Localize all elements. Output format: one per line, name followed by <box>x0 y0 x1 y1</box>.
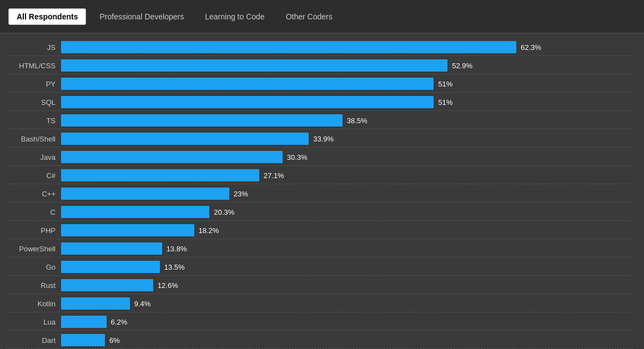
bar-value: 51% <box>438 98 452 107</box>
bar-label: Lua <box>6 318 61 326</box>
bar-label: SQL <box>6 98 61 107</box>
bar-label: C <box>6 208 61 216</box>
bar-row: Java30.3% <box>6 149 633 166</box>
bar-value: 30.3% <box>287 153 308 161</box>
bar-row: Lua6.2% <box>6 313 633 331</box>
tab-bar: All RespondentsProfessional DevelopersLe… <box>0 0 644 33</box>
bar-fill <box>61 169 259 181</box>
bar-value: 6% <box>109 336 120 345</box>
bar-value: 12.6% <box>158 281 178 290</box>
bar-label: Rust <box>6 281 61 290</box>
bar-row: C20.3% <box>6 204 633 221</box>
bar-track: 30.3% <box>61 151 633 163</box>
bar-fill <box>61 206 209 218</box>
bar-fill <box>61 316 107 328</box>
bar-track: 27.1% <box>61 169 633 181</box>
bar-fill <box>61 334 105 346</box>
bar-row: Dart6% <box>6 332 633 349</box>
bar-row: Bash/Shell33.9% <box>6 130 633 148</box>
bar-label: JS <box>6 43 61 52</box>
bar-fill <box>61 297 130 310</box>
bar-value: 33.9% <box>313 135 334 143</box>
bar-label: HTML/CSS <box>6 62 61 70</box>
bar-fill <box>61 114 343 127</box>
bar-row: C#27.1% <box>6 167 633 184</box>
bar-fill <box>61 133 309 145</box>
bar-track: 51% <box>61 78 633 90</box>
bar-track: 13.8% <box>61 242 633 255</box>
bar-row: PowerShell13.8% <box>6 240 633 257</box>
tab-other[interactable]: Other Coders <box>278 9 340 24</box>
bar-value: 23% <box>234 190 248 198</box>
app-container: All RespondentsProfessional DevelopersLe… <box>0 0 644 349</box>
bar-fill <box>61 151 283 163</box>
bar-label: Go <box>6 263 61 271</box>
bar-label: Java <box>6 153 61 161</box>
bar-value: 9.4% <box>134 300 151 308</box>
bar-label: C++ <box>6 190 61 198</box>
bar-track: 23% <box>61 188 633 200</box>
bar-track: 9.4% <box>61 297 633 310</box>
bar-track: 52.9% <box>61 59 633 72</box>
bar-fill <box>61 188 229 200</box>
bar-value: 6.2% <box>111 318 128 326</box>
bar-track: 51% <box>61 96 633 108</box>
bar-fill <box>61 261 160 273</box>
bar-track: 38.5% <box>61 114 633 127</box>
bar-row: Go13.5% <box>6 259 633 276</box>
bar-row: HTML/CSS52.9% <box>6 57 633 74</box>
tab-pro[interactable]: Professional Developers <box>92 9 192 24</box>
bar-label: PHP <box>6 226 61 235</box>
bar-row: PY51% <box>6 75 633 93</box>
chart-area: JS62.3%HTML/CSS52.9%PY51%SQL51%TS38.5%Ba… <box>0 33 644 349</box>
bar-row: TS38.5% <box>6 112 633 129</box>
bar-track: 20.3% <box>61 206 633 218</box>
bar-value: 62.3% <box>521 43 541 52</box>
bar-fill <box>61 96 434 108</box>
bar-track: 13.5% <box>61 261 633 273</box>
bar-fill <box>61 41 516 53</box>
bar-track: 18.2% <box>61 224 633 236</box>
bar-value: 20.3% <box>214 208 234 216</box>
bar-value: 13.8% <box>167 245 187 253</box>
bar-value: 18.2% <box>199 226 219 235</box>
bar-fill <box>61 224 194 236</box>
bar-row: PHP18.2% <box>6 222 633 239</box>
bar-label: Dart <box>6 336 61 345</box>
tab-all[interactable]: All Respondents <box>8 8 86 25</box>
bar-fill <box>61 78 434 90</box>
bar-track: 6.2% <box>61 316 633 328</box>
bar-value: 38.5% <box>347 117 368 125</box>
bar-label: PowerShell <box>6 245 61 253</box>
bar-row: Rust12.6% <box>6 277 633 294</box>
bar-fill <box>61 242 162 255</box>
tab-learn[interactable]: Learning to Code <box>197 9 272 24</box>
bar-label: Bash/Shell <box>6 135 61 143</box>
bar-row: Kotlin9.4% <box>6 295 633 312</box>
bar-row: JS62.3% <box>6 39 633 56</box>
bar-value: 51% <box>438 80 452 88</box>
bar-row: C++23% <box>6 185 633 203</box>
bar-fill <box>61 279 153 291</box>
bar-value: 27.1% <box>264 171 284 180</box>
bar-track: 62.3% <box>61 41 633 53</box>
bar-fill <box>61 59 447 72</box>
bar-row: SQL51% <box>6 94 633 111</box>
bar-value: 52.9% <box>452 62 472 70</box>
bar-track: 12.6% <box>61 279 633 291</box>
bar-label: TS <box>6 117 61 125</box>
bar-label: Kotlin <box>6 300 61 308</box>
bar-label: PY <box>6 80 61 88</box>
bar-label: C# <box>6 171 61 180</box>
bar-track: 33.9% <box>61 133 633 145</box>
bar-track: 6% <box>61 334 633 346</box>
bar-value: 13.5% <box>164 263 185 271</box>
